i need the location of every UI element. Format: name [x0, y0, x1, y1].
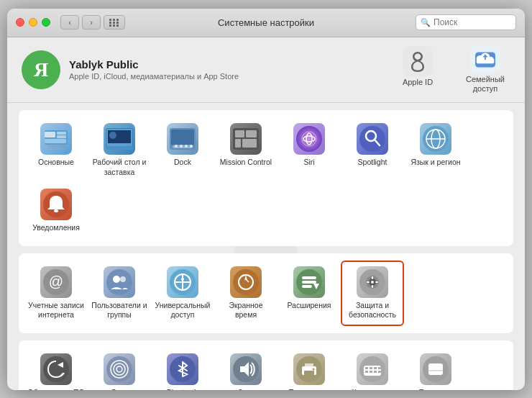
set-icon — [104, 353, 135, 385]
spotlight-icon — [357, 123, 388, 155]
osnovnye-icon: New One — [40, 123, 72, 155]
svg-point-22 — [175, 145, 178, 148]
icon-print[interactable]: Принтеры и сканеры — [278, 348, 341, 389]
svg-rect-82 — [304, 371, 314, 376]
system-preferences-window: ‹ › Системные настройки 🔍 Я Yablyk Publi… — [7, 9, 525, 390]
svg-rect-60 — [302, 285, 312, 288]
svg-rect-20 — [171, 130, 194, 145]
section-accounts: @ Учетные записи интернета Пользователи … — [19, 253, 513, 333]
siri-icon — [293, 123, 325, 155]
svg-rect-28 — [246, 130, 257, 137]
svg-rect-59 — [302, 281, 316, 284]
svg-rect-68 — [367, 281, 370, 283]
icon-label: Основные — [38, 158, 74, 168]
svg-point-54 — [233, 269, 259, 295]
icon-polz[interactable]: Пользователи и группы — [88, 261, 151, 326]
rabochiy-icon — [104, 123, 135, 155]
bt-icon — [167, 353, 198, 385]
svg-rect-67 — [372, 285, 373, 288]
icon-label: Расширения — [287, 301, 331, 311]
family-item[interactable]: Семейный доступ — [460, 46, 510, 94]
minimize-button[interactable] — [29, 18, 37, 27]
icon-label: Экранное время — [217, 301, 275, 320]
icon-ekr[interactable]: Экранное время — [214, 261, 278, 326]
icon-label: Пользователи и группы — [91, 301, 148, 320]
profile-right-items: Apple ID — [393, 46, 510, 94]
zasch-icon — [357, 266, 388, 298]
svg-rect-66 — [372, 276, 373, 279]
svg-rect-11 — [57, 135, 66, 138]
svg-rect-58 — [302, 276, 316, 279]
icon-bt[interactable]: Bluetooth — [151, 348, 214, 389]
search-icon: 🔍 — [421, 18, 431, 27]
svg-point-83 — [313, 368, 315, 371]
family-icon — [470, 46, 500, 73]
icon-osnovnye[interactable]: New One Основные — [24, 117, 88, 183]
back-button[interactable]: ‹ — [60, 15, 79, 30]
svg-text:New One: New One — [47, 144, 65, 148]
icon-uved[interactable]: Уведомления — [24, 183, 88, 239]
icon-rash[interactable]: Расширения — [278, 261, 341, 326]
apple-id-item[interactable]: Apple ID — [393, 46, 443, 87]
icon-mission[interactable]: Mission Control — [214, 117, 278, 183]
profile-row: Я Yablyk Public Apple ID, iCloud, медиам… — [7, 37, 525, 103]
icon-uch[interactable]: @ Учетные записи интернета — [24, 261, 88, 326]
icon-univ[interactable]: Универсальный доступ — [151, 261, 214, 326]
icon-klav[interactable]: Клавиатура — [341, 348, 404, 389]
icon-rabochiy[interactable]: Рабочий стол и заставка — [88, 117, 151, 183]
svg-point-70 — [43, 356, 69, 382]
svg-point-53 — [181, 278, 184, 281]
icon-treklpad[interactable]: Треклпад — [404, 348, 467, 389]
dock-icon — [167, 123, 198, 155]
print-icon — [293, 353, 325, 385]
icon-label: Принтеры и сканеры — [280, 388, 338, 389]
close-button[interactable] — [16, 18, 24, 27]
svg-text:@: @ — [49, 273, 63, 289]
avatar[interactable]: Я — [22, 50, 60, 89]
svg-rect-29 — [235, 139, 241, 148]
grid-view-button[interactable] — [104, 15, 125, 30]
search-input[interactable] — [434, 17, 513, 27]
svg-rect-30 — [242, 139, 257, 148]
icon-set[interactable]: Сеть — [88, 348, 151, 389]
icon-label: Dock — [174, 158, 191, 168]
section-hardware: Обновление ПО Сеть Bluetooth — [19, 340, 513, 389]
zvuk-icon — [230, 353, 262, 385]
section-general: New One Основные Рабочий стол и заставка… — [19, 110, 513, 246]
section-accounts-grid: @ Учетные записи интернета Пользователи … — [24, 261, 508, 326]
icon-siri[interactable]: Siri — [278, 117, 341, 183]
apple-id-icon — [403, 46, 433, 76]
svg-point-35 — [359, 126, 385, 152]
icon-label: Звук — [238, 388, 254, 389]
maximize-button[interactable] — [42, 18, 50, 27]
icon-dock[interactable]: Dock — [151, 117, 214, 183]
rash-icon — [293, 266, 325, 298]
icon-zvuk[interactable]: Звук — [214, 348, 278, 389]
icon-lang[interactable]: Язык и регион — [404, 117, 467, 183]
svg-point-25 — [190, 145, 193, 148]
icon-spotlight[interactable]: Spotlight — [341, 117, 404, 183]
icon-zasch[interactable]: Защита и безопасность — [341, 261, 404, 326]
icon-label: Учетные записи интернета — [27, 301, 85, 320]
svg-rect-96 — [428, 363, 443, 375]
forward-button[interactable]: › — [82, 15, 101, 30]
search-box[interactable]: 🔍 — [416, 14, 516, 30]
svg-rect-81 — [305, 363, 313, 367]
svg-point-31 — [296, 126, 322, 152]
main-content: New One Основные Рабочий стол и заставка… — [7, 103, 525, 390]
svg-point-65 — [371, 281, 374, 284]
icon-obnovl[interactable]: Обновление ПО — [24, 348, 88, 389]
icon-label: Spotlight — [358, 158, 387, 168]
family-label: Семейный доступ — [460, 75, 510, 94]
nav-buttons: ‹ › — [60, 15, 101, 30]
lang-icon — [420, 123, 451, 155]
svg-point-17 — [109, 132, 116, 139]
svg-rect-27 — [235, 130, 244, 137]
klav-icon — [357, 353, 388, 385]
svg-rect-9 — [45, 132, 55, 137]
mission-icon — [230, 123, 262, 155]
profile-subtitle: Apple ID, iCloud, медиаматериалы и App S… — [69, 72, 393, 81]
svg-point-43 — [54, 209, 58, 212]
svg-rect-18 — [106, 146, 133, 150]
titlebar: ‹ › Системные настройки 🔍 — [7, 9, 525, 37]
